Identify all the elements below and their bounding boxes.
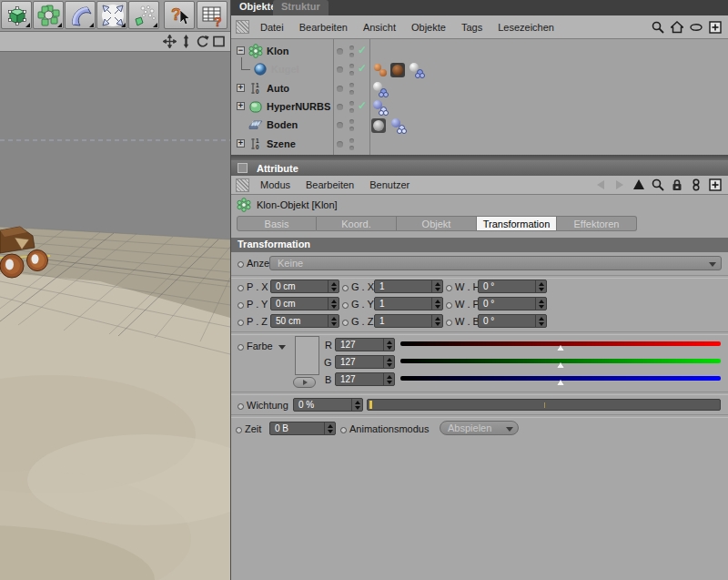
keyframe-dot[interactable] <box>238 261 244 268</box>
menu-bearbeiten[interactable]: Bearbeiten <box>306 179 354 190</box>
keyframe-dot[interactable] <box>342 285 349 291</box>
tree-row-hypernurbs[interactable]: + HyperNURBS ✓ <box>231 98 728 117</box>
layer-dot[interactable] <box>337 141 343 148</box>
lock-icon[interactable] <box>671 178 683 191</box>
render-visibility-dot[interactable] <box>349 108 354 113</box>
editor-visibility-dot[interactable] <box>349 119 354 124</box>
menu-tags[interactable]: Tags <box>461 22 482 33</box>
material-tag-gray-icon[interactable] <box>371 118 386 133</box>
link-icon[interactable] <box>690 178 703 191</box>
dolly-icon[interactable] <box>179 35 193 48</box>
spinner[interactable] <box>431 280 442 292</box>
py-field[interactable]: 0 cm <box>270 297 339 310</box>
spinner[interactable] <box>535 280 546 292</box>
arrow-up-icon[interactable] <box>632 178 645 191</box>
spinner[interactable] <box>328 298 339 310</box>
editor-visibility-dot[interactable] <box>349 46 354 50</box>
wb-field[interactable]: 0 ° <box>478 314 547 328</box>
expand-toggle[interactable]: + <box>237 84 245 92</box>
history-forward-icon[interactable] <box>613 178 626 191</box>
keyframe-dot[interactable] <box>238 285 244 291</box>
tab-transformation[interactable]: Transformation <box>477 216 557 231</box>
keyframe-dot[interactable] <box>446 285 452 291</box>
layer-dot[interactable] <box>337 86 343 92</box>
array-object-button[interactable] <box>33 1 64 29</box>
spinner[interactable] <box>383 339 394 351</box>
keyframe-dot[interactable] <box>238 344 244 351</box>
tree-row-auto[interactable]: + 1 0 Auto <box>231 80 728 98</box>
object-name[interactable]: Kugel <box>271 64 299 75</box>
spinner[interactable] <box>431 315 442 327</box>
keyframe-dot[interactable] <box>238 403 244 410</box>
slider-marker[interactable] <box>557 362 564 368</box>
render-visibility-dot[interactable] <box>349 146 354 150</box>
color-swatch[interactable] <box>295 336 319 375</box>
slider-marker[interactable] <box>557 345 564 351</box>
editor-visibility-dot[interactable] <box>349 64 354 68</box>
section-header-transformation[interactable]: Transformation <box>231 238 728 252</box>
spinner[interactable] <box>535 315 546 327</box>
menu-bearbeiten[interactable]: Bearbeiten <box>299 22 348 33</box>
green-slider[interactable] <box>400 355 721 369</box>
object-name[interactable]: Boden <box>267 119 298 130</box>
menu-objekte[interactable]: Objekte <box>411 22 446 33</box>
tab-objekt[interactable]: Objekt <box>397 216 477 231</box>
expand-toggle[interactable]: + <box>237 102 245 110</box>
anzeige-dropdown[interactable]: Keine <box>269 256 722 270</box>
object-name[interactable]: Szene <box>267 138 296 149</box>
keyframe-dot[interactable] <box>446 320 452 326</box>
px-field[interactable]: 0 cm <box>270 280 339 293</box>
phong-tag-blue-icon[interactable] <box>373 100 388 115</box>
red-slider[interactable] <box>400 338 721 351</box>
material-tag-orange-icon[interactable] <box>373 63 388 77</box>
home-icon[interactable] <box>671 21 683 34</box>
phong-tag-icon[interactable] <box>410 63 424 77</box>
tab-koord[interactable]: Koord. <box>317 216 397 231</box>
maximize-icon[interactable] <box>212 35 226 48</box>
keyframe-dot[interactable] <box>238 320 244 326</box>
menu-modus[interactable]: Modus <box>260 179 290 190</box>
particles-button[interactable] <box>128 1 159 29</box>
eye-icon[interactable] <box>690 21 703 34</box>
editor-visibility-dot[interactable] <box>349 138 354 143</box>
search-icon[interactable] <box>652 178 664 191</box>
tree-row-szene[interactable]: + 1 0 Szene <box>231 136 728 154</box>
editor-visibility-dot[interactable] <box>349 83 354 87</box>
history-back-icon[interactable] <box>594 178 607 191</box>
enabled-check-icon[interactable]: ✓ <box>358 99 367 112</box>
viewport-canvas[interactable] <box>0 52 230 580</box>
object-name[interactable]: HyperNURBS <box>267 101 330 112</box>
phong-tag-icon[interactable] <box>373 82 388 97</box>
phong-tag-blue-icon[interactable] <box>391 118 406 133</box>
add-panel-icon[interactable] <box>709 178 722 191</box>
panel-grip-icon[interactable] <box>236 178 249 192</box>
help-button[interactable]: ? <box>164 1 195 29</box>
wh-field[interactable]: 0 ° <box>478 280 547 293</box>
pz-field[interactable]: 50 cm <box>270 314 339 328</box>
expand-arrows-button[interactable] <box>96 1 127 29</box>
tab-struktur[interactable]: Struktur <box>273 0 329 15</box>
wp-field[interactable]: 0 ° <box>478 297 547 310</box>
panel-grip-icon[interactable] <box>236 20 249 34</box>
spinner[interactable] <box>535 298 546 310</box>
color-expand-button[interactable] <box>293 377 316 388</box>
collapse-arrow-icon[interactable] <box>278 345 286 350</box>
keyframe-dot[interactable] <box>236 427 242 433</box>
keyframe-dot[interactable] <box>342 302 349 309</box>
slider-handle[interactable] <box>369 401 372 409</box>
spinner[interactable] <box>328 315 339 327</box>
spinner[interactable] <box>324 422 335 434</box>
spinner[interactable] <box>328 280 339 292</box>
keyframe-dot[interactable] <box>446 302 452 309</box>
menu-lesezeichen[interactable]: Lesezeichen <box>498 22 554 33</box>
green-field[interactable]: 127 <box>335 355 395 369</box>
bend-deformer-button[interactable] <box>65 1 96 29</box>
tab-effektoren[interactable]: Effektoren <box>557 216 637 231</box>
tree-row-klon[interactable]: − Klon ✓ <box>231 43 728 61</box>
add-panel-icon[interactable] <box>709 21 722 34</box>
spinner[interactable] <box>351 399 362 411</box>
menu-ansicht[interactable]: Ansicht <box>363 22 396 33</box>
spinner[interactable] <box>383 373 394 385</box>
object-name[interactable]: Auto <box>267 83 289 94</box>
gy-field[interactable]: 1 <box>374 297 443 310</box>
